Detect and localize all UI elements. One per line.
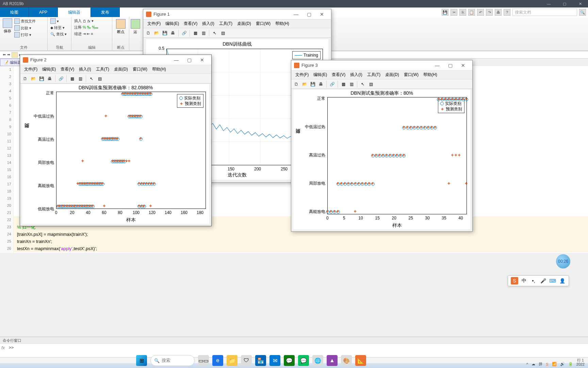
tab-editor[interactable]: 编辑器 xyxy=(58,7,91,17)
maximize-icon[interactable]: ▢ xyxy=(557,0,572,7)
minimize-icon[interactable]: — xyxy=(290,9,303,19)
plot-area: 实际类别 +预测类别 +++++++++++++++++++++++++++++… xyxy=(327,97,467,214)
clock-text[interactable]: 2022 xyxy=(576,362,585,366)
close-icon[interactable]: ✕ xyxy=(572,0,588,7)
start-icon[interactable]: ⊞ xyxy=(136,355,147,366)
maximize-icon[interactable]: ▢ xyxy=(303,9,315,19)
find-file-button[interactable]: 查找文件 xyxy=(14,18,36,24)
link-icon[interactable]: 🔗 xyxy=(180,29,188,37)
dock-icon[interactable]: ▦ xyxy=(192,29,199,37)
chevron-up-icon[interactable]: ^ xyxy=(526,362,528,366)
figure-2-window[interactable]: Figure 2 — ▢ ✕ 文件(F)编辑(E) 查看(V)插入(I) 工具(… xyxy=(20,55,212,226)
insert-button[interactable]: 插入 🗒 fx ▾ xyxy=(74,18,98,24)
wechat-icon[interactable]: 💬 xyxy=(298,355,309,366)
open-icon[interactable]: 📂 xyxy=(153,29,160,37)
mail-icon[interactable]: ✉ xyxy=(270,355,280,366)
search-doc-input[interactable]: 搜索文档 xyxy=(512,9,577,16)
command-window[interactable]: 命令行窗口 fx >> xyxy=(0,337,588,357)
taskbar-tray[interactable]: ^ ☁ 拼 S 📶 🔊 🔋 2022 xyxy=(526,362,585,367)
edge-icon[interactable]: e xyxy=(212,355,223,366)
ime-logo-icon[interactable]: S xyxy=(511,277,518,285)
run-button[interactable]: 运 xyxy=(129,29,141,34)
save-icon[interactable]: 💾 xyxy=(442,9,448,16)
ime-toolbar[interactable]: S 中 •, 🎤 ⌨ 👤 xyxy=(508,275,569,286)
task-view-icon[interactable]: ▭▭ xyxy=(198,355,209,366)
figure-3-window[interactable]: Figure 3 — ▢ ✕ 文件(F)编辑(E) 查看(V)插入(I) 工具(… xyxy=(291,60,473,232)
comment-button[interactable]: 注释 % ‰ ‱ xyxy=(74,25,98,30)
close-icon[interactable]: ✕ xyxy=(315,9,328,19)
figure-menu[interactable]: 文件(F)编辑(E) 查看(V)插入(I) 工具(T)桌面(D) 窗口(W)帮助… xyxy=(291,71,472,79)
ime-user-icon[interactable]: 👤 xyxy=(558,277,566,285)
minimize-icon[interactable]: — xyxy=(541,0,557,7)
help-icon[interactable]: ? xyxy=(504,9,510,16)
blank-button[interactable]: ▾ xyxy=(50,18,67,24)
matlab-task-icon[interactable]: 📐 xyxy=(355,355,366,366)
timer-bubble[interactable]: 00:26 xyxy=(556,254,570,269)
volume-icon[interactable]: 🔊 xyxy=(560,362,565,366)
adobe-icon[interactable]: ▲ xyxy=(327,355,338,366)
whatsapp-icon[interactable]: 💬 xyxy=(284,355,295,366)
arrow-icon[interactable]: ↖ xyxy=(211,29,218,37)
figure-toolbar[interactable]: 🗋 📂 💾 🖶 🔗 ▦ ▥ ↖ ▤ xyxy=(143,28,331,38)
redo-icon[interactable]: ↷ xyxy=(486,9,493,16)
figure-menu[interactable]: 文件(F)编辑(E) 查看(V)插入(I) 工具(T)桌面(D) 窗口(W)帮助… xyxy=(143,19,331,28)
print-icon[interactable]: 🖶 xyxy=(495,9,502,16)
paste-icon[interactable]: 📋 xyxy=(468,9,475,16)
paint-icon[interactable]: 🎨 xyxy=(341,355,352,366)
tab-plot[interactable]: 绘图 xyxy=(0,7,29,17)
new-icon[interactable]: 🗋 xyxy=(145,29,152,37)
security-icon[interactable]: 🛡 xyxy=(241,355,252,366)
search-icon[interactable]: 🔍 xyxy=(579,9,586,16)
maximize-icon[interactable]: ▢ xyxy=(183,55,196,65)
command-window-title: 命令行窗口 xyxy=(0,337,588,344)
onedrive-icon[interactable]: ☁ xyxy=(532,362,535,366)
ime-punct-icon[interactable]: •, xyxy=(530,277,537,285)
chart-title: DBN训练曲线 xyxy=(146,41,328,47)
find-button[interactable]: 🔍 查找 ▾ xyxy=(50,32,67,37)
explorer-icon[interactable]: 📁 xyxy=(227,355,238,366)
ime-mic-icon[interactable]: 🎤 xyxy=(539,277,547,285)
minimize-icon[interactable]: — xyxy=(431,60,444,71)
wifi-icon[interactable]: 📶 xyxy=(552,362,557,366)
figure-toolbar[interactable]: 🗋📂💾🖶 🔗 ▦▥ ↖▤ xyxy=(291,79,472,89)
ime-tray-icon[interactable]: 拼 xyxy=(539,362,542,367)
close-icon[interactable]: ✕ xyxy=(196,55,209,65)
battery-icon[interactable]: 🔋 xyxy=(568,362,573,366)
command-prompt[interactable]: >> xyxy=(0,344,588,351)
tab-app[interactable]: APP xyxy=(29,7,58,17)
taskbar-search[interactable]: 🔍 搜索 xyxy=(150,355,195,366)
breakpoint-button-icon[interactable] xyxy=(116,19,126,29)
store-icon[interactable]: 🏪 xyxy=(255,355,266,366)
x-axis-label: 样本 xyxy=(327,223,467,229)
save-button-icon[interactable] xyxy=(3,18,12,28)
figure-toolbar[interactable]: 🗋📂💾🖶 🔗 ▦▥ ↖▤ xyxy=(20,74,211,83)
undo-icon[interactable]: ↶ xyxy=(477,9,484,16)
maximize-icon[interactable]: ▢ xyxy=(444,60,457,71)
ime-keyboard-icon[interactable]: ⌨ xyxy=(549,277,556,285)
goto-button[interactable]: ◆ 转至 ▾ xyxy=(50,25,67,30)
fx-icon[interactable]: fx xyxy=(1,345,5,350)
run-button-icon[interactable] xyxy=(131,19,140,29)
breakpoint-button[interactable]: 断点 xyxy=(112,29,129,34)
folder-icon[interactable] xyxy=(12,52,18,58)
minimize-icon[interactable]: — xyxy=(170,55,183,65)
ime-mode[interactable]: 中 xyxy=(520,277,528,285)
close-icon[interactable]: ✕ xyxy=(457,60,470,71)
tab-publish[interactable]: 发布 xyxy=(91,7,120,17)
back-icon[interactable]: ⬅ xyxy=(3,52,6,57)
compare-button[interactable]: 比较 ▾ xyxy=(14,25,36,31)
forward-icon[interactable]: ➡ xyxy=(7,52,10,57)
browser-icon[interactable]: 🌐 xyxy=(312,355,323,366)
indent-button[interactable]: 缩进 ⇥ ⇤ ≡ xyxy=(74,31,98,36)
figure-menu[interactable]: 文件(F)编辑(E) 查看(V)插入(I) 工具(T)桌面(D) 窗口(W)帮助… xyxy=(20,65,211,74)
save-button[interactable]: 保存 xyxy=(3,29,12,34)
save-icon[interactable]: 💾 xyxy=(161,29,168,37)
print-icon[interactable]: 🖶 xyxy=(169,29,177,37)
sogou-tray-icon[interactable]: S xyxy=(546,362,548,366)
tile-icon[interactable]: ▥ xyxy=(200,29,207,37)
cut-icon[interactable]: ✂ xyxy=(451,9,457,16)
copy-icon[interactable]: ⎘ xyxy=(459,9,466,16)
print-button[interactable]: 打印 ▾ xyxy=(14,32,36,37)
x-axis-label: 样本 xyxy=(56,217,206,223)
data-icon[interactable]: ▤ xyxy=(219,29,227,37)
